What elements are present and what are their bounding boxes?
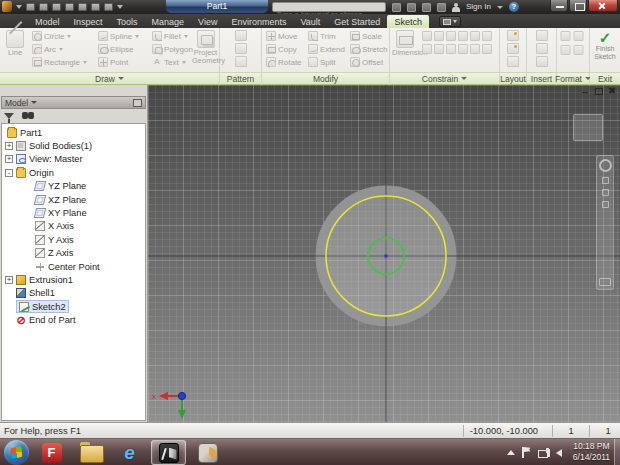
tree-item-view-master[interactable]: + View: Master [2, 153, 145, 166]
doc-restore-icon[interactable] [593, 86, 603, 95]
tree-item-x-axis[interactable]: X Axis [2, 220, 145, 233]
sign-in-button[interactable]: Sign In [466, 2, 491, 12]
project-geometry-button[interactable]: Project Geometry [192, 30, 219, 65]
circle-dropdown-icon[interactable] [67, 35, 71, 38]
arc-dropdown-icon[interactable] [59, 48, 63, 51]
rectangle-tool-button[interactable]: Rectangle [32, 56, 87, 68]
expand-icon[interactable]: + [5, 142, 13, 150]
tab-manage[interactable]: Manage [145, 15, 192, 28]
subscription-center-icon[interactable] [407, 3, 416, 12]
undo-icon[interactable] [65, 3, 74, 11]
volume-icon[interactable] [556, 449, 562, 457]
doc-minimize-icon[interactable] [580, 86, 590, 95]
centerline-format-icon[interactable] [574, 31, 584, 41]
select-icon[interactable] [104, 3, 113, 11]
collapse-icon[interactable]: - [5, 169, 13, 177]
close-button[interactable] [588, 0, 618, 12]
taskbar-app-5[interactable] [190, 440, 225, 465]
update-icon[interactable] [91, 3, 100, 11]
help-icon[interactable]: ? [509, 2, 519, 12]
text-dropdown-icon[interactable] [182, 61, 186, 64]
communication-center-icon[interactable] [422, 3, 431, 12]
circle-tool-button[interactable]: Circle [32, 30, 87, 42]
collinear-constraint-icon[interactable] [434, 31, 444, 41]
qat-customize-dropdown-icon[interactable] [117, 5, 123, 9]
tree-item-yz-plane[interactable]: YZ Plane [2, 180, 145, 193]
tree-item-sketch2[interactable]: Sketch2 [2, 300, 145, 313]
taskbar-app-internet-explorer[interactable]: e [112, 440, 147, 465]
spline-dropdown-icon[interactable] [135, 35, 139, 38]
scale-tool-button[interactable]: Scale [350, 30, 387, 42]
move-tool-button[interactable]: Move [266, 30, 302, 42]
tab-tools[interactable]: Tools [110, 15, 145, 28]
tree-item-origin[interactable]: - Origin [2, 166, 145, 179]
filter-icon[interactable] [4, 113, 14, 119]
rotate-tool-button[interactable]: Rotate [266, 56, 302, 68]
arc-tool-button[interactable]: Arc [32, 43, 87, 55]
rectangle-dropdown-icon[interactable] [83, 61, 87, 64]
dimension-button[interactable]: Dimension [392, 30, 418, 57]
construction-format-icon[interactable] [561, 31, 571, 41]
browser-header-dropdown-icon[interactable] [31, 101, 37, 104]
show-hidden-icons-icon[interactable] [507, 450, 515, 455]
tree-item-y-axis[interactable]: Y Axis [2, 233, 145, 246]
save-icon[interactable] [52, 3, 61, 11]
taskbar-app-explorer[interactable] [73, 440, 108, 465]
tree-item-solid-bodies[interactable]: + Solid Bodies(1) [2, 139, 145, 152]
trim-tool-button[interactable]: Trim [308, 30, 345, 42]
doc-close-icon[interactable] [606, 86, 616, 95]
open-file-icon[interactable] [39, 3, 48, 11]
driven-dimension-icon[interactable] [574, 45, 584, 55]
tangent-constraint-icon[interactable] [446, 44, 456, 54]
text-tool-button[interactable]: A Text [152, 56, 193, 68]
panel-label-format[interactable]: Format [557, 72, 589, 85]
new-file-icon[interactable] [26, 3, 35, 11]
taskbar-app-inventor[interactable] [151, 440, 186, 465]
search-options-icon[interactable] [392, 3, 401, 12]
fillet-dropdown-icon[interactable] [184, 35, 188, 38]
tab-environments[interactable]: Environments [224, 15, 293, 28]
graphics-canvas[interactable]: x [148, 85, 620, 422]
start-button[interactable] [4, 440, 29, 465]
tree-item-xy-plane[interactable]: XY Plane [2, 206, 145, 219]
ribbon-display-toggle[interactable] [439, 16, 461, 27]
copy-tool-button[interactable]: Copy [266, 43, 302, 55]
tree-item-end-of-part[interactable]: ⊘ End of Part [2, 313, 145, 326]
tab-inspect[interactable]: Inspect [67, 15, 110, 28]
tree-item-center-point[interactable]: Center Point [2, 260, 145, 273]
offset-tool-button[interactable]: Offset [350, 56, 387, 68]
steering-wheel-icon[interactable] [599, 159, 612, 172]
equal-constraint-icon[interactable] [482, 44, 492, 54]
expand-icon[interactable]: + [5, 276, 13, 284]
spline-tool-button[interactable]: Spline [98, 30, 139, 42]
find-icon[interactable] [22, 112, 34, 120]
center-point-marker[interactable] [385, 255, 388, 258]
symmetric-constraint-icon[interactable] [470, 44, 480, 54]
fillet-tool-button[interactable]: Fillet [152, 30, 193, 42]
orbit-icon[interactable] [602, 201, 609, 208]
panel-label-pattern[interactable]: Pattern [220, 72, 261, 85]
panel-label-insert[interactable]: Insert [527, 72, 556, 85]
horizontal-constraint-icon[interactable] [422, 44, 432, 54]
tree-item-shell1[interactable]: Shell1 [2, 287, 145, 300]
viewcube[interactable] [573, 114, 603, 141]
split-tool-button[interactable]: Split [308, 56, 345, 68]
panel-label-draw[interactable]: Draw [0, 72, 219, 85]
redo-icon[interactable] [78, 3, 87, 11]
app-menu-dropdown-icon[interactable] [16, 5, 22, 9]
panel-label-exit[interactable]: Exit [590, 72, 620, 85]
tree-item-extrusion1[interactable]: + Extrusion1 [2, 273, 145, 286]
tab-vault[interactable]: Vault [293, 15, 327, 28]
coincident-constraint-icon[interactable] [422, 31, 432, 41]
show-desktop-button[interactable] [614, 439, 620, 465]
parallel-constraint-icon[interactable] [470, 31, 480, 41]
make-components-icon[interactable] [507, 43, 519, 54]
sign-in-dropdown-icon[interactable] [497, 6, 503, 9]
zoom-icon[interactable] [602, 189, 609, 196]
action-center-flag-icon[interactable] [522, 447, 531, 458]
panel-label-layout[interactable]: Layout [500, 72, 526, 85]
tab-view[interactable]: View [191, 15, 224, 28]
tab-get-started[interactable]: Get Started [327, 15, 387, 28]
stretch-tool-button[interactable]: Stretch [350, 43, 387, 55]
sign-in-person-icon[interactable] [452, 3, 460, 12]
